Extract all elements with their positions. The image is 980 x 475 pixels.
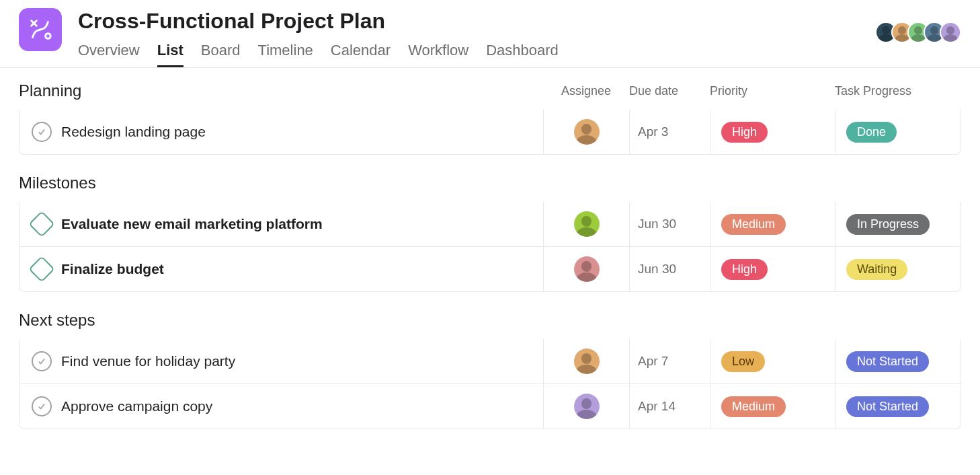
progress-pill: Waiting [846, 259, 907, 280]
content-area: PlanningAssigneeDue datePriorityTask Pro… [0, 68, 980, 462]
task-name: Approve campaign copy [61, 398, 212, 414]
section-title[interactable]: Milestones [19, 174, 543, 192]
collaborator-stack[interactable] [875, 22, 961, 43]
column-header-assignee[interactable]: Assignee [543, 84, 629, 98]
assignee-cell[interactable] [544, 339, 630, 383]
milestone-diamond-icon[interactable] [28, 211, 55, 238]
due-date-cell[interactable]: Apr 3 [630, 110, 710, 154]
svg-point-2 [46, 34, 51, 39]
progress-cell[interactable]: Not Started [835, 384, 961, 429]
tab-dashboard[interactable]: Dashboard [486, 38, 559, 67]
assignee-cell[interactable] [544, 384, 630, 429]
progress-cell[interactable]: In Progress [835, 202, 961, 246]
priority-pill: Medium [721, 214, 786, 235]
task-section: Next stepsFind venue for holiday partyAp… [19, 311, 961, 429]
task-row[interactable]: Evaluate new email marketing platformJun… [19, 202, 961, 247]
tab-timeline[interactable]: Timeline [258, 38, 313, 67]
assignee-avatar[interactable] [574, 394, 600, 419]
task-name-cell[interactable]: Approve campaign copy [19, 384, 544, 429]
tab-bar: OverviewListBoardTimelineCalendarWorkflo… [78, 38, 961, 67]
task-section: PlanningAssigneeDue datePriorityTask Pro… [19, 81, 961, 155]
check-circle-icon[interactable] [32, 396, 52, 416]
due-date-cell[interactable]: Jun 30 [630, 247, 710, 291]
task-name: Find venue for holiday party [61, 353, 235, 369]
check-circle-icon[interactable] [32, 122, 52, 142]
column-header-progress[interactable]: Task Progress [835, 84, 961, 98]
tab-list[interactable]: List [157, 38, 183, 67]
task-row[interactable]: Find venue for holiday partyApr 7LowNot … [19, 339, 961, 384]
column-header-due[interactable]: Due date [629, 84, 710, 98]
progress-cell[interactable]: Not Started [835, 339, 961, 383]
tab-board[interactable]: Board [201, 38, 241, 67]
task-row[interactable]: Approve campaign copyApr 14MediumNot Sta… [19, 384, 961, 429]
project-icon [19, 8, 62, 51]
progress-pill: Not Started [846, 351, 929, 372]
tab-overview[interactable]: Overview [78, 38, 140, 67]
assignee-avatar[interactable] [574, 256, 600, 282]
assignee-avatar[interactable] [574, 211, 600, 237]
header-main: Cross-Functional Project Plan OverviewLi… [78, 8, 961, 67]
priority-cell[interactable]: Medium [710, 384, 835, 429]
progress-cell[interactable]: Waiting [835, 247, 961, 291]
task-name-cell[interactable]: Evaluate new email marketing platform [19, 202, 544, 246]
assignee-avatar[interactable] [574, 349, 600, 374]
due-date-cell[interactable]: Jun 30 [630, 202, 710, 246]
section-title[interactable]: Next steps [19, 311, 543, 330]
priority-cell[interactable]: High [710, 110, 835, 154]
progress-pill: Not Started [846, 396, 929, 417]
task-name-cell[interactable]: Redesign landing page [19, 110, 544, 154]
tab-workflow[interactable]: Workflow [408, 38, 468, 67]
check-circle-icon[interactable] [32, 351, 52, 371]
due-date-cell[interactable]: Apr 7 [630, 339, 710, 383]
task-section: MilestonesEvaluate new email marketing p… [19, 174, 961, 292]
column-header-priority[interactable]: Priority [710, 84, 835, 98]
priority-cell[interactable]: High [710, 247, 835, 291]
collaborator-avatar[interactable] [940, 22, 961, 43]
progress-pill: Done [846, 122, 897, 143]
milestone-diamond-icon[interactable] [28, 256, 55, 283]
project-title: Cross-Functional Project Plan [78, 8, 961, 34]
project-header: Cross-Functional Project Plan OverviewLi… [0, 0, 980, 68]
assignee-avatar[interactable] [574, 119, 600, 145]
task-row[interactable]: Finalize budgetJun 30HighWaiting [19, 247, 961, 292]
task-name: Finalize budget [61, 261, 164, 277]
task-name: Evaluate new email marketing platform [61, 216, 323, 232]
assignee-cell[interactable] [544, 202, 630, 246]
priority-pill: High [721, 122, 768, 143]
task-name-cell[interactable]: Find venue for holiday party [19, 339, 544, 383]
progress-pill: In Progress [846, 214, 930, 235]
task-name: Redesign landing page [61, 124, 206, 140]
section-header: Next steps [19, 311, 961, 330]
section-header: PlanningAssigneeDue datePriorityTask Pro… [19, 81, 961, 100]
assignee-cell[interactable] [544, 247, 630, 291]
assignee-cell[interactable] [544, 110, 630, 154]
priority-pill: Low [721, 351, 765, 372]
task-row[interactable]: Redesign landing pageApr 3HighDone [19, 110, 961, 155]
tab-calendar[interactable]: Calendar [331, 38, 391, 67]
section-title[interactable]: Planning [19, 81, 543, 100]
priority-pill: High [721, 259, 768, 280]
task-name-cell[interactable]: Finalize budget [19, 247, 544, 291]
priority-cell[interactable]: Medium [710, 202, 835, 246]
due-date-cell[interactable]: Apr 14 [630, 384, 710, 429]
section-header: Milestones [19, 174, 961, 192]
priority-pill: Medium [721, 396, 786, 417]
progress-cell[interactable]: Done [835, 110, 961, 154]
priority-cell[interactable]: Low [710, 339, 835, 383]
